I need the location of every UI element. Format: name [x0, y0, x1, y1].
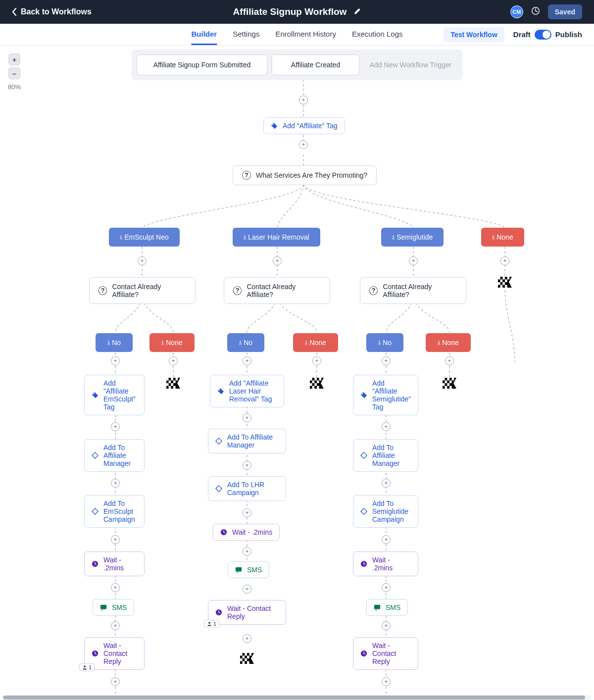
tab-enrollment[interactable]: Enrollment History [275, 24, 336, 45]
add-step[interactable]: + [382, 621, 391, 630]
label: None [442, 339, 458, 347]
decision-semi[interactable]: ?Contact Already Affiliate? [360, 277, 466, 304]
end-flag-icon [310, 378, 324, 389]
semi-wait[interactable]: Wait - .2mins [353, 551, 418, 576]
svg-rect-8 [502, 282, 505, 285]
add-step[interactable]: + [382, 535, 391, 544]
stage: Affiliate Signup Form Submitted Affiliat… [0, 46, 594, 695]
split-icon: /\ [244, 234, 245, 241]
add-step[interactable]: + [312, 356, 321, 365]
semi-camp[interactable]: Add To Semiglutide Campaign [353, 495, 418, 528]
lhr-camp[interactable]: Add To LHR Campaign [208, 476, 286, 501]
add-step[interactable]: + [382, 356, 391, 365]
scrollbar-horizontal[interactable] [3, 695, 591, 700]
branch-no-lhr[interactable]: /\No [227, 333, 264, 352]
em-tag[interactable]: Add "Affiliate EmSculpt" Tag [84, 375, 145, 415]
decision-lhr[interactable]: ?Contact Already Affiliate? [224, 277, 330, 304]
lhr-mgr[interactable]: Add To Affiliate Manager [208, 429, 286, 453]
chevron-left-icon [12, 7, 17, 16]
branch-no-em[interactable]: /\No [96, 333, 133, 352]
lhr-sms[interactable]: SMS [228, 561, 269, 578]
trigger-form[interactable]: Affiliate Signup Form Submitted [137, 54, 268, 75]
zoom-controls: + – 80% [8, 53, 21, 91]
add-step[interactable]: + [299, 96, 308, 104]
add-step[interactable]: + [243, 461, 251, 470]
add-step[interactable]: + [111, 422, 120, 431]
add-step[interactable]: + [169, 356, 178, 365]
decision-emsculpt[interactable]: ?Contact Already Affiliate? [89, 277, 196, 304]
avatar[interactable]: CM [510, 5, 523, 18]
branch-none-semi[interactable]: /\None [426, 333, 471, 352]
add-step[interactable]: + [243, 585, 251, 594]
tab-execution[interactable]: Execution Logs [352, 24, 403, 45]
tab-builder[interactable]: Builder [191, 24, 217, 45]
branch-no-semi[interactable]: /\No [366, 333, 403, 352]
tab-settings[interactable]: Settings [233, 24, 259, 45]
root-decision[interactable]: ? What Services Are They Promoting? [233, 165, 377, 185]
add-step[interactable]: + [243, 508, 251, 517]
add-step[interactable]: + [382, 677, 391, 686]
trigger-created[interactable]: Affiliate Created [272, 54, 360, 75]
publish-toggle[interactable] [535, 30, 551, 40]
lhr-reply[interactable]: Wait - Contact Reply [208, 600, 286, 625]
diamond-icon [215, 485, 222, 492]
semi-mgr[interactable]: Add To Affiliate Manager [353, 439, 418, 472]
test-workflow-button[interactable]: Test Workflow [444, 27, 504, 42]
diamond-icon [92, 508, 99, 515]
back-label: Back to Workflows [21, 7, 92, 16]
label: None [166, 339, 182, 347]
add-step[interactable]: + [111, 621, 120, 630]
tag-icon [217, 388, 224, 395]
lhr-tag[interactable]: Add "Affiliate Laser Hair Removal" Tag [210, 375, 284, 407]
add-step[interactable]: + [111, 583, 120, 592]
label: Wait - .2mins [232, 528, 272, 536]
add-step[interactable]: + [111, 356, 120, 365]
add-step[interactable]: + [111, 677, 120, 686]
add-step[interactable]: + [243, 634, 251, 643]
add-step[interactable]: + [382, 583, 391, 592]
people-badge-lhr[interactable]: 1 [204, 620, 219, 628]
add-step[interactable]: + [273, 256, 282, 265]
branch-semi[interactable]: /\Semiglutide [381, 228, 444, 247]
branch-none[interactable]: /\None [481, 228, 524, 247]
em-wait[interactable]: Wait - .2mins [84, 551, 145, 576]
people-badge-em[interactable]: 1 [79, 663, 95, 671]
add-step[interactable]: + [243, 413, 251, 422]
svg-rect-20 [310, 378, 312, 381]
svg-rect-31 [452, 378, 454, 381]
semi-reply[interactable]: Wait - Contact Reply [353, 637, 418, 670]
add-step[interactable]: + [111, 479, 120, 488]
semi-sms[interactable]: SMS [366, 599, 408, 616]
branch-lhr[interactable]: /\Laser Hair Removal [233, 228, 320, 247]
add-step[interactable]: + [445, 356, 454, 365]
zoom-out[interactable]: – [8, 67, 20, 79]
branch-none-em[interactable]: /\None [149, 333, 195, 352]
em-camp[interactable]: Add To EmSculpt Campaign [84, 495, 145, 528]
add-step[interactable]: + [382, 479, 391, 488]
add-step[interactable]: + [111, 535, 120, 544]
add-step[interactable]: + [138, 256, 147, 265]
add-trigger[interactable]: Add New Workflow Trigger [364, 54, 458, 75]
add-step[interactable]: + [243, 356, 251, 365]
label: None [496, 233, 513, 241]
semi-tag[interactable]: Add "Affiliate Semiglutide" Tag [353, 375, 418, 415]
svg-rect-16 [166, 383, 169, 386]
add-step[interactable]: + [243, 547, 251, 556]
add-step[interactable]: + [500, 256, 509, 265]
back-button[interactable]: Back to Workflows [12, 7, 92, 16]
branch-emsculpt[interactable]: /\EmSculpt Neo [109, 228, 180, 247]
saved-button[interactable]: Saved [548, 4, 582, 19]
add-step[interactable]: + [299, 140, 308, 149]
add-step[interactable]: + [382, 422, 391, 431]
add-affiliate-tag[interactable]: Add "Affiliate" Tag [263, 117, 345, 134]
svg-rect-10 [505, 285, 507, 288]
history-icon[interactable] [531, 6, 540, 17]
add-step[interactable]: + [409, 256, 418, 265]
pencil-icon[interactable] [353, 6, 361, 17]
branch-none-lhr[interactable]: /\None [293, 333, 338, 352]
zoom-in[interactable]: + [8, 53, 20, 65]
canvas[interactable]: + – 80% A [0, 46, 594, 695]
em-sms[interactable]: SMS [93, 599, 134, 616]
lhr-wait[interactable]: Wait - .2mins [213, 524, 280, 541]
em-mgr[interactable]: Add To Affiliate Manager [84, 439, 145, 472]
